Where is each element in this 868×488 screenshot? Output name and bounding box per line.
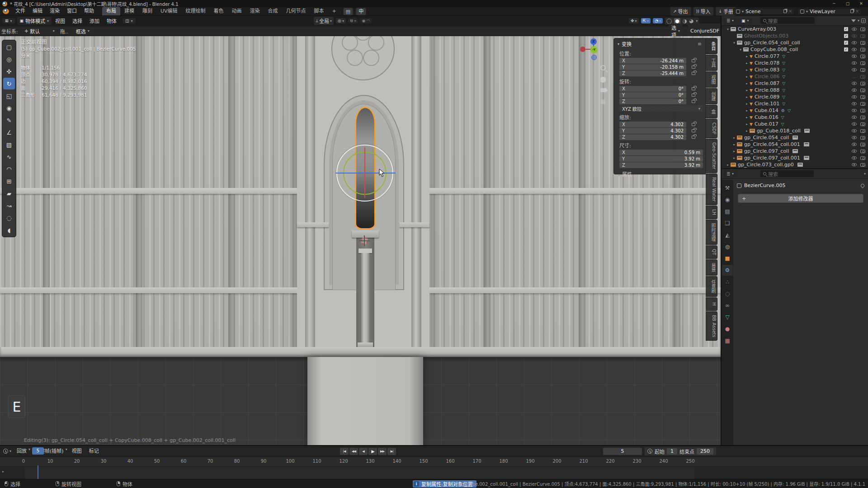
eye-icon[interactable] — [852, 116, 857, 119]
expand-arrow-icon[interactable]: ▸ — [744, 95, 750, 99]
n-panel-tab-0[interactable]: 条目 — [706, 38, 717, 54]
rotate-gizmo-blue-axis[interactable] — [335, 173, 396, 174]
outliner-row[interactable]: ▸▼Circle.083▽ — [722, 66, 868, 73]
eye-icon[interactable] — [852, 136, 857, 139]
expand-arrow-icon[interactable]: ▸ — [731, 143, 737, 146]
axis-gizmo-z-ball[interactable]: Z — [590, 38, 597, 45]
expand-arrow-icon[interactable]: ▸ — [731, 156, 737, 160]
eye-icon[interactable] — [852, 55, 857, 58]
outliner-row[interactable]: ▸▼Circle.087▽ — [722, 80, 868, 87]
use-preview-range-icon[interactable] — [647, 449, 652, 454]
eye-icon[interactable] — [852, 150, 857, 153]
outliner-row[interactable]: ▸▼Cube.017▽ — [722, 121, 868, 127]
language-toggle-button[interactable]: 中 — [356, 8, 366, 15]
playhead-line[interactable] — [38, 465, 38, 480]
eye-icon[interactable] — [852, 34, 857, 38]
rotate-gizmo-red-axis[interactable] — [364, 147, 365, 198]
camera-visibility-icon[interactable] — [860, 34, 865, 38]
scene-selector[interactable]: ▾ Scene ✕ — [733, 8, 795, 15]
outliner-row[interactable]: ▸gp_Circle.073_coll.gp0 — [722, 161, 868, 168]
expand-arrow-icon[interactable]: ▸ — [744, 129, 750, 133]
axis-gizmo-negz-ball[interactable] — [591, 55, 597, 60]
eye-icon[interactable] — [852, 129, 857, 132]
workspace-tab-0[interactable]: 布局 — [102, 7, 120, 15]
eye-icon[interactable] — [852, 28, 857, 31]
next-keyframe-button[interactable]: ▶▶ — [378, 448, 387, 455]
n-panel-tab-4[interactable]: 盒 — [706, 105, 717, 118]
rotate-tool[interactable]: ↻ — [3, 78, 15, 89]
expand-arrow-icon[interactable]: ▸ — [744, 55, 750, 58]
menu-1[interactable]: 编辑 — [29, 7, 46, 15]
workspace-tab-8[interactable]: 合成 — [264, 7, 282, 15]
pin-icon[interactable] — [860, 183, 865, 188]
mode-dropdown[interactable]: ▣物体模式▾ — [17, 17, 52, 25]
transform-value-field[interactable]: Y4.302 — [619, 128, 686, 134]
editor-type-dropdown[interactable]: ⊞▾ — [2, 18, 15, 23]
new-viewlayer-icon[interactable] — [850, 9, 854, 13]
transform-value-field[interactable]: X4.302 — [619, 122, 686, 127]
add-modifier-button[interactable]: + 添加修改器 — [738, 194, 863, 203]
expand-arrow-icon[interactable]: ▸ — [744, 102, 750, 106]
camera-visibility-icon[interactable] — [860, 28, 865, 31]
menu-0[interactable]: 文件 — [12, 7, 29, 15]
tool-tab[interactable]: ⚒ — [722, 183, 733, 193]
corner-tool[interactable]: ◖ — [3, 224, 15, 236]
outliner-row[interactable]: ▸gp_Cube.018_coll — [722, 127, 868, 134]
camera-visibility-icon[interactable] — [860, 75, 865, 79]
eye-icon[interactable] — [852, 156, 857, 160]
unlock-icon[interactable] — [692, 136, 695, 139]
play-button[interactable]: ▶ — [368, 448, 377, 455]
camera-visibility-icon[interactable] — [860, 109, 865, 113]
transform-value-field[interactable]: Z-25.444 m — [619, 70, 686, 76]
pivot-point-dropdown[interactable]: ◎▾ — [336, 18, 346, 23]
camera-visibility-icon[interactable] — [860, 136, 865, 140]
workspace-tab-4[interactable]: 纹理绘制 — [182, 7, 210, 15]
camera-visibility-icon[interactable] — [860, 41, 865, 45]
outliner-row[interactable]: ▸gp_Circle.054_coll.001 — [722, 141, 868, 148]
prev-frame-button[interactable]: ◀ — [359, 448, 368, 455]
timeline-ruler[interactable]: 0102030405060708090100110120130140150160… — [0, 457, 868, 467]
modifiers-tab[interactable]: ⚙ — [722, 265, 733, 276]
ring-tool[interactable]: ◌ — [3, 212, 15, 224]
outliner-display-mode-dropdown[interactable]: ☰▾ — [724, 18, 736, 23]
grease-pencil-dropdown[interactable]: ◫▾ — [123, 18, 136, 23]
eye-icon[interactable] — [852, 41, 857, 44]
timeline-expand-icon[interactable]: ▸ — [2, 469, 4, 474]
jump-to-start-button[interactable]: |◀ — [340, 448, 349, 455]
camera-visibility-icon[interactable] — [860, 163, 865, 167]
timeline-editor-icon[interactable] — [3, 449, 8, 454]
n-panel-tab-6[interactable]: Geo-Scatter — [706, 139, 717, 173]
viewport-menu-2[interactable]: 添加 — [86, 17, 103, 24]
unlock-icon[interactable] — [692, 59, 695, 62]
transform-orientation-dropdown[interactable]: ⟂全局▾ — [314, 17, 334, 25]
blender-menu-icon[interactable] — [3, 9, 9, 14]
unlock-icon[interactable] — [692, 123, 695, 126]
add-cube-tool[interactable]: ▧ — [3, 139, 15, 150]
show-gizmo-dropdown[interactable]: ✥▾ — [629, 18, 639, 23]
transform-value-field[interactable]: Z0° — [619, 99, 686, 104]
export-button[interactable]: ↗导出 — [670, 7, 691, 16]
timeline-menu-3[interactable]: 标记 — [85, 447, 103, 455]
expand-arrow-icon[interactable]: ▸ — [744, 122, 750, 126]
outliner-row[interactable]: ▸▼Circle.078▽ — [722, 60, 868, 66]
properties-options-icon[interactable]: ▾ — [864, 172, 866, 176]
n-panel-tab-1[interactable]: 工具 — [706, 55, 717, 71]
close-button[interactable]: ✕ — [854, 0, 868, 7]
expand-arrow-icon[interactable]: ▸ — [744, 116, 750, 119]
transform-value-field[interactable]: Z4.302 — [619, 134, 686, 140]
outliner-row[interactable]: ▸▼Circle.089▽ — [722, 94, 868, 100]
current-frame-marker[interactable]: 5 — [32, 447, 44, 455]
outliner-scene-dropdown[interactable]: ▣▾ — [739, 18, 752, 23]
menu-3[interactable]: 窗口 — [63, 7, 80, 15]
outliner-row[interactable]: ▸▼Circle.101▽ — [722, 100, 868, 107]
show-overlays-dropdown[interactable]: ⇱▾ — [641, 18, 651, 23]
workspace-tab-10[interactable]: 脚本 — [310, 7, 328, 15]
camera-visibility-icon[interactable] — [860, 61, 865, 65]
camera-visibility-icon[interactable] — [860, 68, 865, 72]
camera-visibility-icon[interactable] — [860, 55, 865, 58]
viewport-canvas[interactable]: ▢◎✜↻◱◉✎∠▧∿◠⊞▰↝◌◖ 正交前视图 (5) gp_Cube.002_c… — [0, 36, 721, 445]
unlock-icon[interactable] — [692, 94, 695, 97]
outliner-row[interactable]: ▸gp_Circle.097_coll.001 — [722, 155, 868, 161]
viewport-menu-0[interactable]: 视图 — [52, 17, 69, 24]
outliner-row[interactable]: ▸▼Circle.086▽ — [722, 73, 868, 80]
